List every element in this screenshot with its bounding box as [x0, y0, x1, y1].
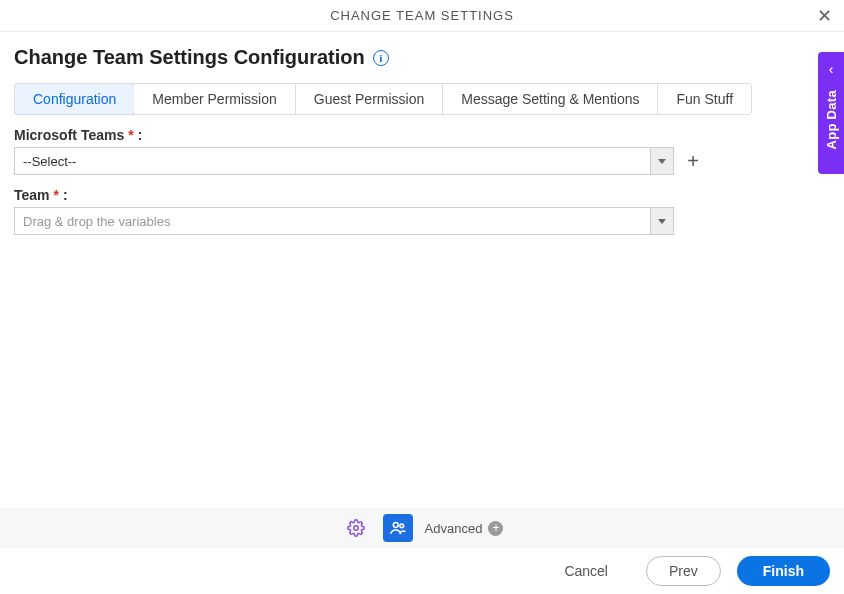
msteams-combo	[14, 147, 674, 175]
dropdown-caret-icon[interactable]	[650, 147, 674, 175]
tab-guest-permission[interactable]: Guest Permission	[296, 84, 443, 114]
finish-button[interactable]: Finish	[737, 556, 830, 586]
required-marker: *	[128, 127, 133, 143]
team-combo	[14, 207, 674, 235]
svg-point-1	[393, 523, 398, 528]
team-label-text: Team	[14, 187, 50, 203]
content-area: Change Team Settings Configuration i Con…	[0, 32, 844, 235]
msteams-label: Microsoft Teams * :	[14, 127, 830, 143]
prev-button[interactable]: Prev	[646, 556, 721, 586]
app-data-panel[interactable]: ‹ App Data	[818, 52, 844, 174]
tab-message-setting[interactable]: Message Setting & Mentions	[443, 84, 658, 114]
label-colon: :	[138, 127, 143, 143]
page-title-row: Change Team Settings Configuration i	[14, 46, 830, 69]
tab-bar: Configuration Member Permission Guest Pe…	[14, 83, 752, 115]
users-icon[interactable]	[383, 514, 413, 542]
team-label: Team * :	[14, 187, 830, 203]
advanced-toggle[interactable]: Advanced +	[425, 521, 504, 536]
footer: Cancel Prev Finish	[0, 548, 844, 594]
dropdown-caret-icon[interactable]	[650, 207, 674, 235]
advanced-label: Advanced	[425, 521, 483, 536]
page-title: Change Team Settings Configuration	[14, 46, 365, 69]
msteams-row: +	[14, 147, 830, 175]
required-marker: *	[54, 187, 59, 203]
app-data-label: App Data	[824, 90, 839, 149]
team-input[interactable]	[14, 207, 650, 235]
msteams-input[interactable]	[14, 147, 650, 175]
plus-circle-icon: +	[488, 521, 503, 536]
tab-configuration[interactable]: Configuration	[14, 83, 135, 115]
gear-icon[interactable]	[341, 514, 371, 542]
add-connection-icon[interactable]: +	[682, 150, 704, 172]
cancel-button[interactable]: Cancel	[542, 556, 630, 586]
label-colon: :	[63, 187, 68, 203]
modal-header: CHANGE TEAM SETTINGS ✕	[0, 0, 844, 32]
team-row	[14, 207, 830, 235]
info-icon[interactable]: i	[373, 50, 389, 66]
svg-point-2	[399, 524, 403, 528]
svg-point-0	[353, 526, 358, 531]
close-icon[interactable]: ✕	[812, 4, 836, 28]
bottom-toolbar: Advanced +	[0, 508, 844, 548]
chevron-left-icon: ‹	[829, 62, 834, 76]
tab-member-permission[interactable]: Member Permission	[134, 84, 295, 114]
modal-title: CHANGE TEAM SETTINGS	[0, 8, 844, 23]
msteams-label-text: Microsoft Teams	[14, 127, 124, 143]
tab-fun-stuff[interactable]: Fun Stuff	[658, 84, 751, 114]
